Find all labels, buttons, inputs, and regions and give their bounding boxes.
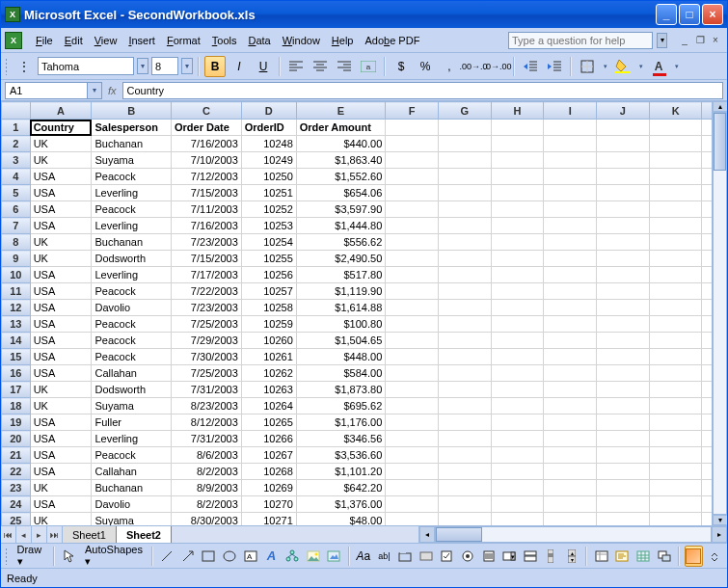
cell[interactable]: $556.62: [296, 234, 386, 251]
cell[interactable]: [702, 300, 712, 316]
cell[interactable]: [649, 480, 702, 496]
cell[interactable]: [544, 201, 597, 218]
row-header[interactable]: 16: [2, 365, 31, 382]
row-header[interactable]: 5: [2, 185, 31, 201]
cell[interactable]: [491, 218, 544, 234]
align-left-button[interactable]: [285, 56, 307, 77]
cell[interactable]: [544, 398, 597, 414]
cell[interactable]: USA: [30, 201, 92, 218]
row-header[interactable]: 2: [2, 136, 31, 152]
cell[interactable]: USA: [30, 300, 92, 316]
align-right-button[interactable]: [334, 56, 355, 77]
cell[interactable]: 7/22/2003: [172, 283, 242, 300]
cell[interactable]: [544, 333, 597, 349]
cell[interactable]: [544, 136, 597, 152]
grid-scroll[interactable]: ABCDEFGHIJKL1CountrySalespersonOrder Dat…: [1, 101, 712, 525]
cell[interactable]: 10256: [241, 267, 296, 283]
menu-window[interactable]: Window: [277, 33, 326, 48]
cell[interactable]: [597, 382, 650, 398]
tab-next-button[interactable]: ▸: [32, 526, 47, 543]
cell[interactable]: 10248: [241, 136, 296, 152]
select-objects-button[interactable]: [60, 546, 78, 567]
cell[interactable]: [649, 398, 702, 414]
cell[interactable]: 7/10/2003: [172, 152, 242, 169]
cell[interactable]: [544, 349, 597, 365]
toolbar-grip[interactable]: [5, 58, 8, 75]
cell[interactable]: [597, 333, 650, 349]
cell[interactable]: [702, 480, 712, 496]
cell[interactable]: [649, 316, 702, 333]
cell[interactable]: Country: [30, 120, 92, 136]
cell[interactable]: [491, 382, 544, 398]
cell[interactable]: [491, 251, 544, 267]
row-header[interactable]: 24: [2, 496, 31, 513]
cell[interactable]: UK: [30, 480, 92, 496]
cell[interactable]: 10264: [241, 398, 296, 414]
vertical-scrollbar[interactable]: ▴ ▾: [712, 101, 727, 525]
cell[interactable]: $517.80: [296, 267, 386, 283]
cell[interactable]: [702, 316, 712, 333]
cell[interactable]: [438, 185, 491, 201]
cell[interactable]: [702, 382, 712, 398]
bold-button[interactable]: B: [204, 56, 226, 77]
col-header-K[interactable]: K: [649, 102, 702, 120]
cell[interactable]: [386, 185, 439, 201]
horizontal-scrollbar[interactable]: ◂ ▸: [418, 526, 727, 543]
cell[interactable]: [702, 349, 712, 365]
cell[interactable]: 10259: [241, 316, 296, 333]
cell[interactable]: [544, 382, 597, 398]
cell[interactable]: [438, 333, 491, 349]
cell[interactable]: [702, 267, 712, 283]
align-center-button[interactable]: [310, 56, 331, 77]
cell[interactable]: [702, 136, 712, 152]
cell[interactable]: [491, 234, 544, 251]
cell[interactable]: UK: [30, 136, 92, 152]
cell[interactable]: [597, 447, 650, 464]
cell[interactable]: [491, 283, 544, 300]
cell[interactable]: [438, 398, 491, 414]
cell[interactable]: Leverling: [92, 267, 172, 283]
cell[interactable]: [386, 152, 439, 169]
draw-menu[interactable]: Draw ▾: [13, 542, 49, 570]
borders-button[interactable]: [577, 56, 598, 77]
cell[interactable]: [491, 447, 544, 464]
fx-icon[interactable]: fx: [108, 85, 117, 96]
cell[interactable]: [544, 169, 597, 185]
cell[interactable]: [649, 267, 702, 283]
cell[interactable]: 10260: [241, 333, 296, 349]
cell[interactable]: [438, 365, 491, 382]
underline-button[interactable]: U: [253, 56, 274, 77]
cell[interactable]: [597, 201, 650, 218]
fill-color-button[interactable]: [612, 56, 634, 77]
cell[interactable]: [649, 218, 702, 234]
row-header[interactable]: 15: [2, 349, 31, 365]
cell[interactable]: 8/9/2003: [172, 480, 242, 496]
col-header-B[interactable]: B: [92, 102, 172, 120]
font-color-button[interactable]: A: [648, 56, 669, 77]
cell[interactable]: [597, 136, 650, 152]
cell[interactable]: [544, 513, 597, 526]
drawing-toolbar-grip[interactable]: [5, 548, 8, 565]
cell[interactable]: [438, 447, 491, 464]
scroll-left-button[interactable]: ◂: [419, 526, 435, 543]
cell[interactable]: [386, 169, 439, 185]
cell[interactable]: [491, 152, 544, 169]
cell[interactable]: [649, 283, 702, 300]
cell[interactable]: [438, 513, 491, 526]
row-header[interactable]: 18: [2, 398, 31, 414]
italic-button[interactable]: I: [229, 56, 250, 77]
cell[interactable]: 7/25/2003: [172, 365, 242, 382]
col-header-G[interactable]: G: [438, 102, 491, 120]
cell[interactable]: Peacock: [92, 316, 172, 333]
cell[interactable]: 10258: [241, 300, 296, 316]
cell[interactable]: 7/25/2003: [172, 316, 242, 333]
cell[interactable]: [597, 267, 650, 283]
cell[interactable]: Dodsworth: [92, 251, 172, 267]
cell[interactable]: $1,376.00: [296, 496, 386, 513]
cell[interactable]: [544, 283, 597, 300]
scroll-up-button[interactable]: ▴: [713, 101, 727, 112]
cell[interactable]: [491, 185, 544, 201]
cell[interactable]: [544, 120, 597, 136]
cell[interactable]: [386, 365, 439, 382]
cell[interactable]: [649, 414, 702, 431]
